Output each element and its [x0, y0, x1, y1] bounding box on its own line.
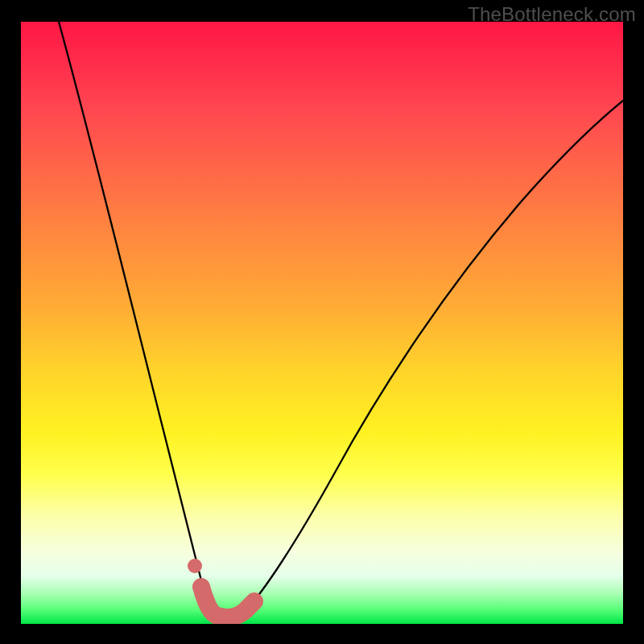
marker-dot — [188, 559, 202, 573]
chart-canvas — [21, 22, 623, 624]
bottleneck-plot — [21, 22, 623, 624]
highlight-segment — [201, 587, 254, 617]
watermark-text: TheBottleneck.com — [468, 3, 636, 26]
bottleneck-curve — [59, 22, 623, 619]
